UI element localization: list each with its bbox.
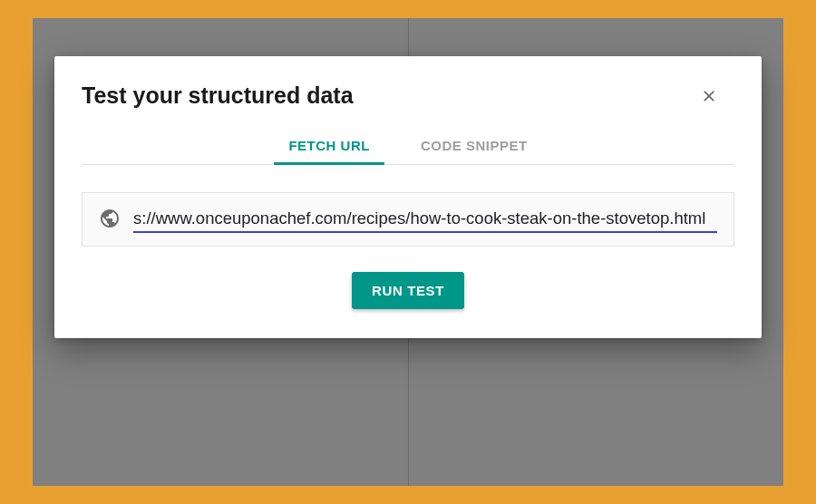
run-test-button[interactable]: RUN TEST <box>352 272 464 309</box>
modal-header: Test your structured data <box>82 82 734 109</box>
structured-data-modal: Test your structured data FETCH URL CODE… <box>54 56 762 338</box>
url-input[interactable] <box>133 208 717 233</box>
close-icon <box>700 87 718 105</box>
globe-icon <box>99 208 121 233</box>
close-button[interactable] <box>696 83 722 109</box>
url-input-row <box>82 192 734 247</box>
tab-fetch-url[interactable]: FETCH URL <box>285 129 374 164</box>
modal-title: Test your structured data <box>82 82 354 109</box>
tabs: FETCH URL CODE SNIPPET <box>82 129 734 165</box>
run-row: RUN TEST <box>82 272 734 309</box>
url-field <box>133 208 717 233</box>
tab-code-snippet[interactable]: CODE SNIPPET <box>417 129 531 164</box>
